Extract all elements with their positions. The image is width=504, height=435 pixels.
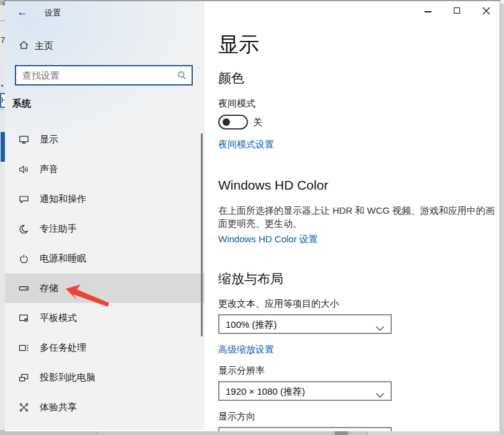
resolution-dropdown[interactable]: 1920 × 1080 (推荐)	[218, 381, 392, 401]
search-input[interactable]	[16, 66, 179, 84]
toggle-knob	[223, 118, 230, 126]
chevron-down-icon	[376, 390, 384, 401]
sidebar-item-label: 存储	[40, 283, 58, 294]
night-mode-label: 夜间模式	[218, 98, 255, 110]
orientation-label: 显示方向	[218, 411, 255, 423]
sidebar-item-label: 通知和操作	[40, 193, 86, 205]
orientation-dropdown[interactable]	[218, 427, 392, 431]
hd-color-heading: Windows HD Color	[218, 178, 328, 193]
hd-color-description: 在上面所选择的显示器上让 HDR 和 WCG 视频、游戏和应用中的画面更明亮、更…	[218, 204, 496, 230]
home-icon	[19, 40, 29, 53]
resolution-label: 显示分辨率	[218, 365, 265, 377]
sidebar-item-label: 主页	[35, 40, 53, 52]
minimize-icon	[425, 11, 431, 12]
notifications-icon	[19, 194, 29, 207]
display-icon	[19, 134, 29, 147]
sidebar-item-storage[interactable]: 存储	[5, 273, 205, 303]
sidebar-item-shared-experiences[interactable]: 体验共享	[5, 392, 205, 422]
sidebar-item-projecting[interactable]: 投影到此电脑	[5, 362, 205, 392]
sidebar-item-focus-assist[interactable]: 专注助手	[5, 214, 205, 244]
sidebar-item-display[interactable]: 显示	[5, 125, 205, 154]
chevron-down-icon	[376, 323, 384, 334]
sound-icon	[19, 164, 29, 177]
shared-experiences-icon	[19, 402, 29, 415]
sidebar-item-home[interactable]: 主页	[5, 37, 205, 56]
sidebar: ← 设置 主页 系统 显示 声音	[5, 1, 205, 430]
background-caret-fragment: ▼	[0, 84, 4, 88]
advanced-scaling-link[interactable]: 高级缩放设置	[218, 344, 274, 356]
settings-window: ← 设置 主页 系统 显示 声音	[5, 0, 500, 431]
sidebar-item-power-sleep[interactable]: 电源和睡眠	[5, 244, 205, 273]
sidebar-item-label: 投影到此电脑	[40, 372, 95, 384]
night-mode-toggle[interactable]	[218, 115, 248, 130]
divider	[0, 109, 5, 110]
scale-dropdown[interactable]: 100% (推荐)	[218, 314, 392, 334]
divider	[0, 20, 5, 21]
maximize-button[interactable]	[443, 1, 471, 20]
scale-layout-heading: 缩放与布局	[218, 270, 283, 288]
background-blue-bar	[1, 132, 5, 162]
sidebar-item-notifications[interactable]: 通知和操作	[5, 184, 205, 214]
sidebar-item-label: 专注助手	[40, 223, 77, 235]
sidebar-item-label: 声音	[40, 164, 58, 175]
close-icon	[482, 7, 490, 15]
multitasking-icon	[19, 343, 29, 356]
storage-icon	[19, 283, 29, 296]
sidebar-item-label: 多任务处理	[40, 342, 86, 354]
focus-assist-icon	[19, 224, 29, 237]
sidebar-item-label: 显示	[40, 134, 58, 146]
power-icon	[19, 253, 29, 266]
hd-color-settings-link[interactable]: Windows HD Color 设置	[218, 234, 318, 245]
sidebar-item-label: 体验共享	[40, 402, 77, 413]
sidebar-item-label: 平板模式	[40, 312, 77, 324]
scale-label: 更改文本、应用等项目的大小	[218, 298, 339, 310]
background-text-fragment: 域	[0, 0, 5, 7]
minimize-button[interactable]	[414, 1, 442, 20]
resolution-dropdown-value: 1920 × 1080 (推荐)	[226, 386, 305, 398]
search-icon[interactable]	[177, 71, 187, 82]
search-box	[15, 65, 193, 86]
sidebar-section-header: 系统	[12, 98, 31, 110]
sidebar-scrollbar[interactable]	[201, 133, 203, 336]
color-section-heading: 颜色	[218, 69, 244, 87]
night-mode-settings-link[interactable]: 夜间模式设置	[218, 139, 274, 151]
project-icon	[19, 372, 29, 385]
close-button[interactable]	[472, 1, 500, 20]
window-title: 设置	[45, 7, 61, 19]
maximize-icon	[454, 7, 460, 14]
sidebar-item-sound[interactable]: 声音	[5, 154, 205, 184]
background-window-right-sliver	[500, 0, 504, 435]
night-mode-state: 关	[253, 116, 262, 128]
main-pane: 显示 颜色 夜间模式 关 夜间模式设置 Windows HD Color 在上面…	[205, 1, 500, 430]
sidebar-item-multitasking[interactable]: 多任务处理	[5, 333, 205, 362]
sidebar-item-tablet-mode[interactable]: 平板模式	[5, 303, 205, 333]
tablet-mode-icon	[19, 313, 29, 326]
back-button[interactable]: ←	[14, 5, 31, 20]
scale-dropdown-value: 100% (推荐)	[226, 319, 277, 331]
page-title: 显示	[218, 31, 259, 59]
sidebar-item-label: 电源和睡眠	[40, 253, 86, 265]
